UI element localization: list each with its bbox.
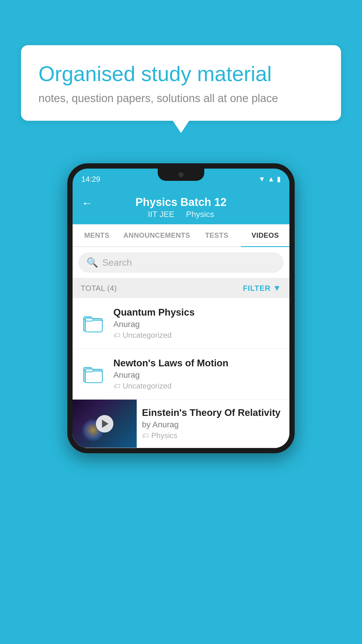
phone-outer: 14:29 ▼ ▲ ▮ ← Physics Batch 12 IIT JEE P…: [67, 163, 295, 453]
status-bar: 14:29 ▼ ▲ ▮: [73, 169, 289, 190]
app-header: ← Physics Batch 12 IIT JEE Physics: [73, 190, 289, 224]
svg-rect-6: [85, 371, 102, 383]
video-author: by Anurag: [142, 420, 284, 429]
tag-label: Uncategorized: [123, 382, 172, 391]
bubble-subtitle: notes, question papers, solutions all at…: [38, 92, 324, 105]
status-icons: ▼ ▲ ▮: [258, 175, 281, 183]
tag-icon: 🏷: [113, 331, 120, 340]
search-bar[interactable]: 🔍 Search: [78, 252, 284, 273]
total-count: TOTAL (4): [81, 284, 117, 293]
list-item[interactable]: Einstein's Theory Of Relativity by Anura…: [73, 400, 289, 448]
search-placeholder: Search: [102, 257, 132, 268]
video-list: Quantum Physics Anurag 🏷 Uncategorized: [73, 298, 289, 448]
video-tag: 🏷 Physics: [142, 431, 284, 440]
svg-rect-2: [85, 320, 102, 332]
search-bar-wrap: 🔍 Search: [73, 247, 289, 278]
camera: [178, 172, 184, 177]
filter-label: FILTER: [243, 284, 270, 293]
subtitle-iitjee: IIT JEE: [148, 210, 174, 219]
search-icon: 🔍: [87, 257, 98, 268]
tab-announcements[interactable]: ANNOUNCEMENTS: [121, 224, 192, 246]
back-button[interactable]: ←: [81, 197, 93, 210]
battery-icon: ▮: [277, 175, 281, 183]
video-tag: 🏷 Uncategorized: [113, 331, 281, 340]
status-time: 14:29: [81, 175, 100, 184]
tab-ments[interactable]: MENTS: [73, 224, 121, 246]
tab-tests[interactable]: TESTS: [192, 224, 241, 246]
filter-button[interactable]: FILTER ▼: [243, 284, 281, 293]
svg-rect-3: [85, 318, 93, 321]
video-tag: 🏷 Uncategorized: [113, 382, 281, 391]
bubble-title: Organised study material: [38, 61, 324, 86]
tag-label: Physics: [151, 431, 178, 440]
folder-thumb-newton: [81, 361, 106, 387]
speech-bubble: Organised study material notes, question…: [21, 45, 341, 121]
video-info-einstein: Einstein's Theory Of Relativity by Anura…: [137, 400, 289, 447]
tag-label: Uncategorized: [123, 331, 172, 340]
video-author: Anurag: [113, 320, 281, 329]
header-title: Physics Batch 12: [136, 196, 227, 209]
svg-rect-7: [85, 369, 93, 372]
signal-icon: ▲: [268, 175, 275, 183]
folder-icon: [83, 365, 104, 383]
play-button[interactable]: [96, 415, 113, 433]
tag-icon: 🏷: [142, 432, 149, 440]
header-subtitle: IIT JEE Physics: [145, 210, 217, 219]
subtitle-physics: Physics: [186, 210, 214, 219]
video-info-quantum: Quantum Physics Anurag 🏷 Uncategorized: [113, 307, 281, 340]
tabs-bar: MENTS ANNOUNCEMENTS TESTS VIDEOS: [73, 224, 289, 247]
video-author: Anurag: [113, 370, 281, 380]
video-info-newton: Newton's Laws of Motion Anurag 🏷 Uncateg…: [113, 358, 281, 391]
video-thumbnail-einstein: [73, 400, 137, 448]
video-title: Quantum Physics: [113, 307, 281, 318]
phone-notch: [158, 169, 204, 181]
list-item[interactable]: Newton's Laws of Motion Anurag 🏷 Uncateg…: [73, 349, 289, 400]
video-title: Newton's Laws of Motion: [113, 358, 281, 369]
folder-thumb-quantum: [81, 311, 106, 336]
list-item[interactable]: Quantum Physics Anurag 🏷 Uncategorized: [73, 298, 289, 349]
filter-icon: ▼: [273, 284, 281, 293]
play-triangle-icon: [102, 420, 108, 428]
phone-container: 14:29 ▼ ▲ ▮ ← Physics Batch 12 IIT JEE P…: [67, 163, 295, 453]
video-title: Einstein's Theory Of Relativity: [142, 407, 284, 418]
tag-icon: 🏷: [113, 382, 120, 390]
filter-bar: TOTAL (4) FILTER ▼: [73, 278, 289, 298]
wifi-icon: ▼: [258, 175, 265, 183]
folder-icon: [83, 314, 104, 332]
phone-screen: ← Physics Batch 12 IIT JEE Physics MENTS…: [73, 190, 289, 448]
tab-videos[interactable]: VIDEOS: [241, 224, 289, 246]
